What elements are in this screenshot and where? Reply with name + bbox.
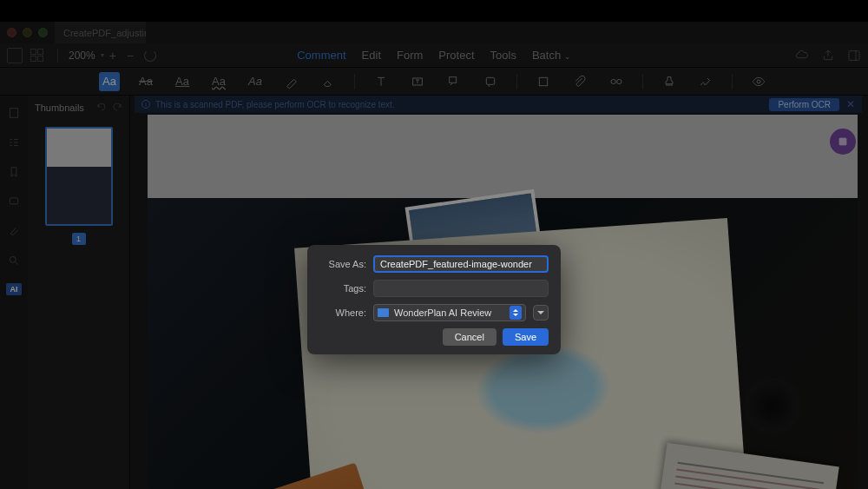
where-value: WonderPlan AI Review — [394, 307, 510, 318]
save-as-label: Save As: — [319, 259, 366, 269]
expand-dialog-button[interactable] — [533, 305, 549, 320]
save-as-input[interactable] — [373, 255, 549, 273]
where-label: Where: — [319, 307, 366, 318]
tags-input[interactable] — [373, 280, 549, 297]
save-button[interactable]: Save — [503, 328, 549, 346]
cancel-button[interactable]: Cancel — [443, 328, 496, 346]
tags-label: Tags: — [319, 283, 366, 294]
save-dialog: Save As: Tags: Where: WonderPlan AI Revi… — [307, 245, 561, 354]
dropdown-caret-icon — [510, 306, 522, 320]
where-dropdown[interactable]: WonderPlan AI Review — [373, 304, 526, 321]
folder-icon — [378, 308, 389, 317]
